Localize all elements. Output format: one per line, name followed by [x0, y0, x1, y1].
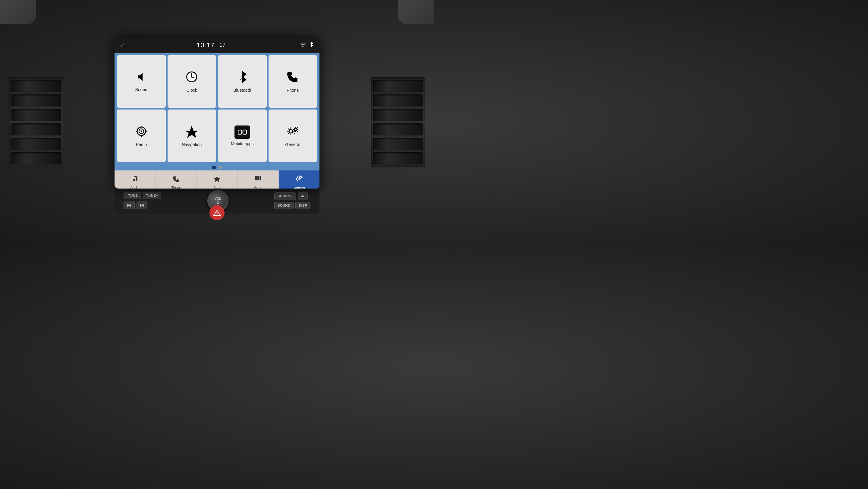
- nav-apps[interactable]: Apps: [238, 170, 279, 189]
- nav-star-icon: [213, 175, 221, 184]
- vent-slot: [11, 80, 61, 92]
- eject-button[interactable]: ⏏: [298, 193, 308, 200]
- svg-point-31: [217, 214, 217, 215]
- tile-phone-label: Phone: [287, 88, 299, 93]
- tile-radio-label: Radio: [135, 142, 147, 147]
- page-dots: [115, 165, 319, 170]
- nav-phone-label: Phone: [170, 185, 181, 189]
- vent-slot: [373, 123, 423, 136]
- prev-button[interactable]: ⏮: [124, 201, 135, 209]
- vent-slot: [11, 94, 61, 107]
- hazard-triangle-icon: [213, 210, 221, 216]
- svg-rect-13: [243, 130, 247, 134]
- svg-rect-22: [255, 176, 257, 178]
- svg-rect-25: [255, 178, 257, 180]
- bluetooth-status-icon: [309, 41, 313, 49]
- svg-line-21: [134, 176, 136, 177]
- svg-point-16: [294, 128, 297, 131]
- navigation-icon: [185, 124, 198, 140]
- bluetooth-icon: [236, 70, 248, 85]
- tile-radio[interactable]: Radio: [117, 110, 166, 162]
- svg-point-28: [297, 178, 299, 180]
- tile-mobile-apps-label: Mobile apps: [231, 141, 254, 146]
- page-dot-2[interactable]: [219, 166, 222, 169]
- vent-slot: [11, 109, 61, 121]
- status-center: 10:17 17°: [196, 41, 227, 49]
- bottom-nav: Audio Phone Nav: [115, 170, 319, 189]
- tile-mobile-apps[interactable]: Mobile apps: [218, 110, 267, 162]
- svg-rect-12: [238, 130, 242, 134]
- vol-label: VOL⏻: [215, 197, 221, 204]
- tile-sound[interactable]: Sound: [117, 55, 166, 108]
- radio-icon: [135, 124, 148, 140]
- svg-rect-23: [257, 176, 259, 178]
- gears-icon: [285, 124, 300, 140]
- vent-right: [371, 77, 425, 167]
- tile-bluetooth[interactable]: Bluetooth: [218, 55, 267, 108]
- tile-phone[interactable]: Phone: [269, 55, 317, 108]
- nav-apps-label: Apps: [254, 185, 262, 189]
- vent-slot: [373, 80, 423, 92]
- tile-general-label: General: [285, 142, 300, 147]
- status-temperature: 17°: [219, 42, 227, 48]
- home-icon[interactable]: ⌂: [121, 41, 124, 49]
- svg-point-7: [141, 131, 142, 132]
- svg-rect-26: [257, 178, 259, 180]
- grid-row-2: Radio Navigation: [117, 110, 317, 162]
- status-icons: [300, 41, 313, 49]
- tile-clock[interactable]: Clock: [167, 55, 216, 108]
- left-controls: -TUNE TUNE+ ⏮ ⏭: [124, 192, 161, 209]
- vent-slot: [11, 123, 61, 136]
- nav-nav-label: Nav: [214, 185, 220, 189]
- right-controls: SOURCE ⏏ SOUND DISP: [274, 193, 310, 209]
- tile-navigation[interactable]: Navigation: [167, 110, 216, 162]
- main-content: Sound Clock: [115, 53, 319, 165]
- tile-sound-label: Sound: [135, 87, 147, 92]
- source-button[interactable]: SOURCE: [274, 193, 296, 200]
- vent-left: [9, 77, 63, 167]
- corner-trim-right: [398, 0, 434, 24]
- nav-audio[interactable]: Audio: [115, 170, 156, 189]
- tile-general[interactable]: General: [269, 110, 317, 162]
- next-button[interactable]: ⏭: [136, 201, 148, 209]
- sound-button[interactable]: SOUND: [274, 202, 293, 209]
- mobile-apps-icon: [235, 125, 250, 139]
- phone-icon: [286, 70, 299, 85]
- nav-settings-label: Settings: [293, 186, 306, 189]
- svg-rect-24: [260, 176, 261, 178]
- svg-rect-27: [260, 178, 261, 180]
- grid-row-1: Sound Clock: [117, 55, 317, 108]
- vent-slot: [11, 152, 61, 165]
- vent-slot: [373, 138, 423, 150]
- page-dot-1[interactable]: [212, 166, 216, 169]
- nav-nav[interactable]: Nav: [196, 170, 238, 189]
- speaker-icon: [135, 71, 147, 85]
- nav-settings[interactable]: Settings: [279, 170, 319, 189]
- svg-point-4: [191, 76, 192, 78]
- status-time: 10:17: [196, 41, 215, 49]
- tile-navigation-label: Navigation: [182, 142, 202, 147]
- nav-phone[interactable]: Phone: [156, 170, 196, 189]
- clock-icon: [185, 70, 198, 85]
- wifi-icon: [300, 42, 306, 49]
- nav-phone-icon: [173, 175, 180, 184]
- hazard-button[interactable]: [210, 205, 224, 220]
- tile-bluetooth-label: Bluetooth: [233, 88, 251, 93]
- tile-clock-label: Clock: [187, 88, 197, 93]
- tune-minus-button[interactable]: -TUNE: [124, 192, 141, 199]
- vent-slot: [373, 152, 423, 165]
- dashboard: ⌂ 10:17 17°: [0, 0, 434, 244]
- status-bar: ⌂ 10:17 17°: [115, 38, 319, 53]
- settings-gear-icon: [295, 175, 303, 185]
- vent-slot: [373, 94, 423, 107]
- infotainment-screen: ⌂ 10:17 17°: [115, 38, 319, 189]
- nav-audio-label: Audio: [130, 185, 140, 189]
- disp-button[interactable]: DISP: [296, 202, 310, 209]
- corner-trim-left: [0, 0, 36, 24]
- apps-grid-icon: [254, 175, 261, 184]
- music-icon: [131, 175, 138, 184]
- tune-plus-button[interactable]: TUNE+: [143, 192, 161, 199]
- vent-slot: [373, 109, 423, 121]
- vent-slot: [11, 138, 61, 150]
